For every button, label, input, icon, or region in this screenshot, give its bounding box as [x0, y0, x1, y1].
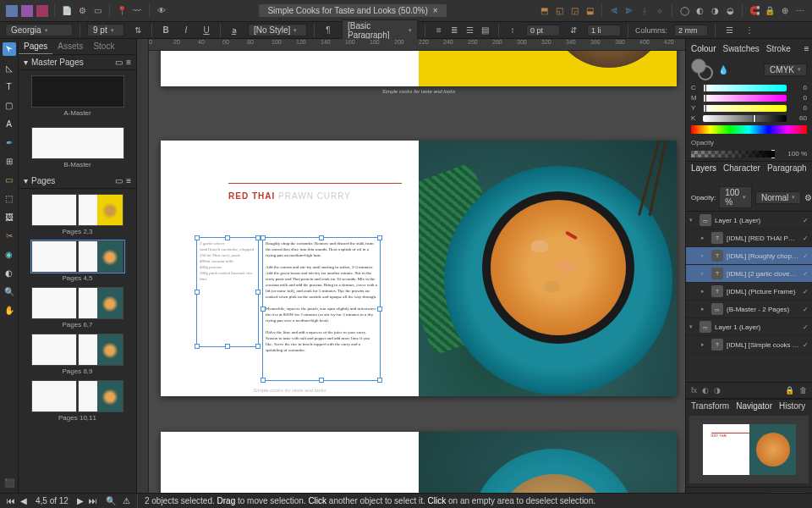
snap-icon[interactable]: 🧲	[748, 4, 761, 18]
tab-stock[interactable]: Stock	[88, 39, 119, 54]
persona-photo-icon[interactable]	[36, 4, 49, 18]
add-master-icon[interactable]: ▭	[115, 58, 123, 67]
slider-m[interactable]	[703, 95, 787, 102]
arrange-forward-icon[interactable]: ◲	[568, 4, 581, 18]
align-left-icon[interactable]: ⫷	[607, 4, 621, 18]
add-page-icon[interactable]: ▭	[115, 176, 123, 185]
panel-menu-icon[interactable]: ≡	[804, 44, 809, 53]
blend-mode-dropdown[interactable]: Normal	[755, 191, 801, 204]
slider-y[interactable]	[703, 105, 787, 112]
layer-row[interactable]: ▸T[IDML] [Roughly chop the c...✓	[686, 247, 812, 265]
slider-k[interactable]	[703, 115, 787, 122]
layer-row[interactable]: ▾▭Layer 1 (Layer)✓	[686, 212, 812, 229]
master-b[interactable]: B-Master	[31, 127, 124, 168]
layer-row[interactable]: ▸T[IDML] [2 garlic cloves ...✓	[686, 265, 812, 283]
zoom-tool[interactable]: 🔍	[3, 284, 16, 298]
picture-frame-tool[interactable]: ⬚	[3, 191, 16, 205]
color-mode-dropdown[interactable]: CMYK	[764, 64, 807, 76]
layer-opacity-dropdown[interactable]: 100 %	[719, 186, 752, 208]
layer-adjust-icon[interactable]: ◑	[714, 386, 721, 395]
arrange-backward-icon[interactable]: ◱	[552, 4, 566, 18]
layer-lock-icon[interactable]: 🔒	[785, 386, 794, 395]
close-icon[interactable]: ×	[433, 6, 438, 15]
bullet-list-icon[interactable]: ☰	[722, 24, 736, 37]
leading-field[interactable]	[587, 25, 621, 36]
more-icon[interactable]: ⋯	[793, 4, 807, 18]
underline-icon[interactable]: U	[200, 24, 213, 37]
boolean-add-icon[interactable]: ◯	[678, 4, 691, 18]
font-family-dropdown[interactable]: Georgia	[5, 24, 73, 36]
text-frame-ingredients[interactable]: 2 garlic cloves small bunch coriander, c…	[196, 237, 259, 347]
tab-transform[interactable]: Transform	[691, 401, 729, 411]
pen-tool[interactable]: ✒	[3, 135, 16, 149]
artistic-text-tool[interactable]: A	[3, 117, 16, 130]
text-tool[interactable]: T	[3, 80, 16, 93]
frame-text-tool[interactable]: ▢	[3, 98, 16, 112]
canvas[interactable]: 0204060801001201401601802002202402602803…	[137, 39, 685, 508]
size-stepper-icon[interactable]: ⇅	[131, 24, 145, 37]
tab-paragraph[interactable]: Paragraph	[767, 163, 807, 182]
align-center-icon[interactable]: ⫸	[623, 4, 636, 18]
lock-icon[interactable]: 🔒	[763, 4, 776, 18]
file-open-icon[interactable]: 📄	[60, 4, 74, 18]
spread-thumb[interactable]: Pages 4,5	[31, 240, 124, 282]
next-page-icon[interactable]: ▶	[75, 496, 85, 505]
boolean-intersect-icon[interactable]: ◑	[708, 4, 721, 18]
document-tab[interactable]: Simple Cooks for Taste and Looks (50.0%)…	[259, 4, 446, 17]
master-menu-icon[interactable]: ≡	[126, 58, 131, 67]
navigator-view[interactable]: RED THAI	[689, 416, 809, 483]
tab-colour[interactable]: Colour	[691, 44, 716, 53]
layer-fx-icon[interactable]: fx	[691, 386, 697, 395]
shape-tool[interactable]: ▭	[3, 173, 16, 186]
baseline-field[interactable]	[526, 25, 560, 36]
list-options-icon[interactable]: ⋮	[743, 24, 756, 37]
align-text-center-icon[interactable]: ≣	[447, 24, 461, 37]
layer-settings-icon[interactable]: ⚙	[804, 193, 812, 202]
transparency-tool[interactable]: ◐	[3, 266, 16, 279]
paragraph-style-dropdown[interactable]: [Basic Paragraph]	[342, 19, 418, 41]
align-text-right-icon[interactable]: ☰	[463, 24, 476, 37]
font-size-dropdown[interactable]: 9 pt	[87, 24, 124, 36]
preflight-icon[interactable]: 🔍	[106, 496, 116, 505]
layer-row[interactable]: ▸T[IDML] [RED THAI PRAWN C...✓	[686, 229, 812, 247]
layer-row[interactable]: ▸▭(B-Master - 2 Pages)✓	[686, 301, 812, 318]
align-text-left-icon[interactable]: ≡	[432, 24, 446, 37]
spread-thumb[interactable]: Pages 6,7	[31, 287, 124, 329]
first-page-icon[interactable]: ⏮	[5, 496, 17, 505]
pan-tool[interactable]: ✋	[3, 303, 16, 317]
opacity-slider[interactable]	[691, 151, 775, 157]
layer-row[interactable]: ▸T[IDML] [Simple cooks for ...✓	[686, 336, 812, 354]
move-tool[interactable]	[3, 42, 16, 56]
preview-icon[interactable]: 👁	[155, 4, 168, 18]
prev-page-icon[interactable]: ◀	[19, 496, 29, 505]
fill-tool[interactable]: ◉	[3, 247, 16, 261]
layer-row[interactable]: ▸T[IDML] (Picture Frame)✓	[686, 283, 812, 301]
tab-pages[interactable]: Pages	[19, 39, 52, 54]
slider-c[interactable]	[703, 85, 787, 91]
baseline-icon[interactable]: 〰	[130, 4, 144, 18]
boolean-subtract-icon[interactable]: ◐	[693, 4, 706, 18]
tab-character[interactable]: Character	[723, 163, 760, 182]
table-tool[interactable]: ⊞	[3, 154, 16, 168]
eyedropper-icon[interactable]: 💧	[718, 65, 728, 75]
boolean-divide-icon[interactable]: ◒	[723, 4, 737, 18]
arrange-back-icon[interactable]: ⬒	[537, 4, 551, 18]
color-swatch[interactable]	[691, 58, 713, 80]
align-right-icon[interactable]: ⟊	[638, 4, 651, 18]
master-a[interactable]: A-Master	[31, 75, 124, 117]
hue-bar[interactable]	[691, 125, 807, 134]
preflight-warning-icon[interactable]: ⚠	[123, 496, 130, 505]
spread-icon[interactable]: ▭	[91, 4, 104, 18]
insert-icon[interactable]: ⊕	[778, 4, 792, 18]
text-frame-method[interactable]: Roughly chop the coriander. Remove and d…	[262, 237, 381, 381]
align-text-justify-icon[interactable]: ▤	[478, 24, 491, 37]
tab-swatches[interactable]: Swatches	[722, 44, 759, 53]
pages-menu-icon[interactable]: ≡	[126, 176, 131, 185]
tab-navigator[interactable]: Navigator	[736, 401, 772, 411]
node-tool[interactable]: ◺	[3, 61, 16, 75]
layer-mask-icon[interactable]: ◐	[702, 386, 709, 395]
align-top-icon[interactable]: ⟐	[653, 4, 667, 18]
spread-thumb[interactable]: Pages 10,11	[31, 380, 124, 422]
vector-crop-tool[interactable]: ✂	[3, 229, 16, 242]
tab-history[interactable]: History	[779, 401, 805, 411]
